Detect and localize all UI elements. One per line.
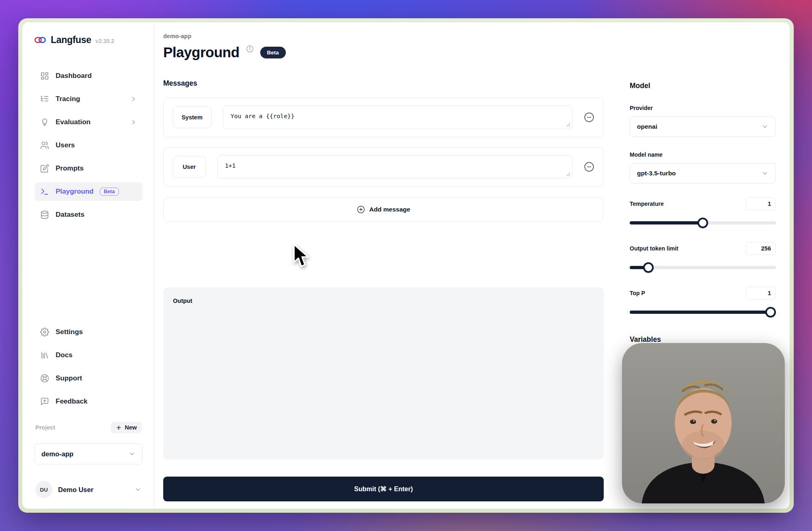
temperature-slider[interactable] <box>630 218 776 228</box>
user-menu[interactable]: DU Demo User <box>35 479 143 500</box>
chevron-down-icon <box>761 170 769 177</box>
message-textarea[interactable]: 1+1 <box>217 155 572 179</box>
add-message-button[interactable]: Add message <box>163 197 604 222</box>
user-name: Demo User <box>58 486 129 494</box>
webcam-person <box>622 343 785 503</box>
chevron-down-icon <box>128 450 136 458</box>
breadcrumb[interactable]: demo-app <box>163 33 604 39</box>
message-row-system: System You are a {{role}} <box>163 97 604 137</box>
top-p-slider[interactable] <box>630 307 776 317</box>
chevron-right-icon <box>130 119 137 126</box>
slider-knob[interactable] <box>698 218 708 228</box>
chevron-right-icon <box>130 95 137 103</box>
beta-badge: Beta <box>260 47 286 58</box>
role-button[interactable]: User <box>173 156 206 178</box>
output-token-limit-input[interactable]: 256 <box>746 242 776 255</box>
lightbulb-icon <box>40 117 50 127</box>
temperature-label: Temperature <box>630 201 664 207</box>
temperature-control: Temperature 1 <box>630 197 776 228</box>
database-icon <box>40 210 50 220</box>
langfuse-logo-icon <box>35 36 47 44</box>
brand: Langfuse v2.30.2 <box>35 35 143 45</box>
webcam-overlay <box>622 343 785 503</box>
resize-handle[interactable] <box>566 123 570 127</box>
sidebar-nav: Dashboard Tracing Evaluation <box>35 67 143 224</box>
sidebar-item-label: Playground <box>56 188 94 196</box>
sidebar-item-label: Settings <box>56 328 83 336</box>
library-icon <box>40 350 50 360</box>
sidebar-item-playground[interactable]: Playground Beta <box>35 182 143 201</box>
main-content: demo-app Playground Beta Messages System… <box>154 22 630 509</box>
submit-button[interactable]: Submit (⌘ + Enter) <box>163 477 604 501</box>
page-title: Playground <box>163 44 240 60</box>
slider-knob[interactable] <box>643 262 654 273</box>
resize-handle[interactable] <box>566 172 570 177</box>
sidebar-item-users[interactable]: Users <box>35 136 143 155</box>
brand-name: Langfuse <box>51 35 91 45</box>
chevron-down-icon <box>761 123 769 130</box>
sidebar-item-feedback[interactable]: Feedback <box>35 392 143 411</box>
model-name-value: gpt-3.5-turbo <box>637 170 676 177</box>
provider-label: Provider <box>630 105 776 111</box>
plus-circle-icon <box>357 205 365 214</box>
tracing-icon <box>40 94 50 104</box>
temperature-input[interactable]: 1 <box>746 197 776 210</box>
output-token-limit-slider[interactable] <box>630 262 776 273</box>
role-button[interactable]: System <box>173 106 212 128</box>
sidebar-item-label: Prompts <box>56 164 84 173</box>
top-p-control: Top P 1 <box>630 287 776 317</box>
terminal-icon <box>40 187 50 196</box>
new-project-button[interactable]: New <box>111 422 142 433</box>
output-token-limit-label: Output token limit <box>630 245 678 252</box>
messages-heading: Messages <box>163 79 604 88</box>
sidebar-item-dashboard[interactable]: Dashboard <box>35 67 143 85</box>
sidebar-item-label: Docs <box>56 351 73 359</box>
sidebar-item-label: Dashboard <box>56 72 92 80</box>
provider-value: openai <box>637 123 657 130</box>
model-heading: Model <box>630 82 776 90</box>
sidebar-item-tracing[interactable]: Tracing <box>35 90 143 108</box>
lifebuoy-icon <box>40 373 50 383</box>
gear-icon <box>40 327 50 337</box>
sidebar-item-datasets[interactable]: Datasets <box>35 205 143 224</box>
playground-beta-badge: Beta <box>100 188 119 196</box>
edit-icon <box>40 164 50 173</box>
project-select[interactable]: demo-app <box>35 443 143 464</box>
model-name-label: Model name <box>630 151 776 158</box>
users-icon <box>40 140 50 150</box>
message-row-user: User 1+1 <box>163 147 604 187</box>
sidebar-item-label: Feedback <box>56 397 87 406</box>
top-p-label: Top P <box>630 290 645 296</box>
sidebar-item-evaluation[interactable]: Evaluation <box>35 113 143 132</box>
info-icon[interactable] <box>246 45 254 53</box>
remove-message-icon[interactable] <box>584 112 594 123</box>
sidebar-item-label: Support <box>56 374 82 382</box>
plus-icon <box>116 425 122 431</box>
dashboard-icon <box>40 71 50 81</box>
sidebar: Langfuse v2.30.2 Dashboard Tracing <box>22 22 154 509</box>
output-token-limit-control: Output token limit 256 <box>630 242 776 273</box>
slider-knob[interactable] <box>765 307 776 317</box>
avatar: DU <box>35 481 52 498</box>
output-panel: Output <box>163 287 604 460</box>
sidebar-item-label: Users <box>56 141 75 149</box>
project-select-value: demo-app <box>41 450 73 458</box>
output-label: Output <box>173 298 192 304</box>
message-textarea[interactable]: You are a {{role}} <box>223 106 572 129</box>
sidebar-item-support[interactable]: Support <box>35 369 143 388</box>
sidebar-item-label: Datasets <box>56 211 84 219</box>
project-label: Project <box>35 424 55 431</box>
model-name-select[interactable]: gpt-3.5-turbo <box>630 163 776 183</box>
chevron-down-icon <box>134 486 142 493</box>
sidebar-footer: Settings Docs Support <box>35 323 143 500</box>
message-plus-icon <box>40 397 50 406</box>
remove-message-icon[interactable] <box>584 162 594 172</box>
provider-select[interactable]: openai <box>630 117 776 137</box>
sidebar-item-settings[interactable]: Settings <box>35 323 143 341</box>
sidebar-item-label: Tracing <box>56 95 80 103</box>
top-p-input[interactable]: 1 <box>746 287 776 300</box>
sidebar-item-prompts[interactable]: Prompts <box>35 159 143 178</box>
version-label: v2.30.2 <box>95 38 114 44</box>
sidebar-item-docs[interactable]: Docs <box>35 346 143 365</box>
sidebar-item-label: Evaluation <box>56 118 91 126</box>
